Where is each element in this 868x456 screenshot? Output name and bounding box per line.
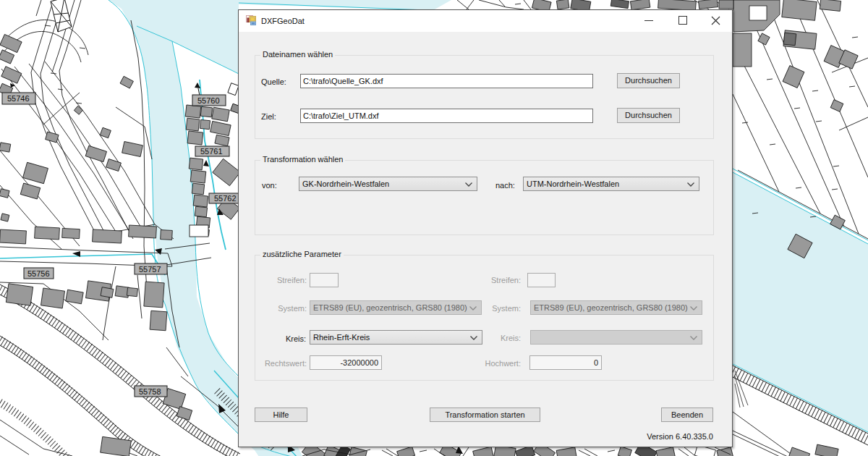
svg-text:55746: 55746 [7, 94, 30, 103]
svg-text:55758: 55758 [139, 387, 161, 396]
svg-text:55762: 55762 [214, 194, 237, 203]
svg-text:55760: 55760 [197, 96, 220, 105]
svg-text:55761: 55761 [200, 147, 223, 156]
svg-text:55756: 55756 [27, 269, 50, 278]
svg-text:55757: 55757 [139, 265, 161, 274]
